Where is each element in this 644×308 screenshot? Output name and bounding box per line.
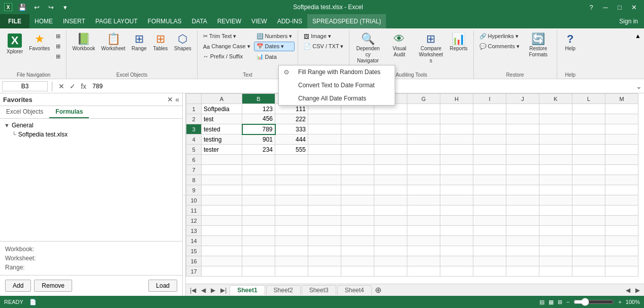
cell-K12[interactable] [539, 216, 572, 226]
cell-K1[interactable] [539, 104, 572, 114]
cell-D16[interactable] [308, 256, 341, 266]
change-case-button[interactable]: Aa Change Case ▾ [201, 42, 253, 51]
change-date-formats-item[interactable]: Change All Date Formats [279, 92, 395, 105]
cell-H7[interactable] [440, 165, 473, 175]
confirm-formula-btn[interactable]: ✓ [68, 81, 78, 91]
cell-C7[interactable] [275, 165, 308, 175]
cell-H3[interactable] [440, 124, 473, 134]
cell-E5[interactable] [341, 145, 374, 155]
cell-G6[interactable] [407, 155, 440, 165]
cell-K2[interactable] [539, 114, 572, 124]
cell-F6[interactable] [374, 155, 407, 165]
cell-A17[interactable] [202, 266, 242, 277]
sheet-nav-last[interactable]: ▶| [218, 287, 229, 294]
cell-E6[interactable] [341, 155, 374, 165]
zoom-slider[interactable] [573, 298, 614, 306]
cell-I12[interactable] [473, 216, 506, 226]
view-preview[interactable]: ⊞ [558, 299, 562, 305]
dates-button[interactable]: 📅 Dates ▾ [254, 42, 295, 51]
cell-G16[interactable] [407, 256, 440, 266]
nav-small-3[interactable]: ⊞ [53, 52, 63, 61]
cell-G7[interactable] [407, 165, 440, 175]
col-header-i[interactable]: I [473, 94, 506, 104]
cell-J15[interactable] [506, 246, 539, 256]
cell-J8[interactable] [506, 175, 539, 185]
cell-I16[interactable] [473, 256, 506, 266]
cell-G10[interactable] [407, 195, 440, 206]
worksheet-button[interactable]: 📋 Worksheet [99, 31, 128, 66]
cell-B1[interactable]: 123 [242, 104, 275, 114]
cell-M11[interactable] [605, 206, 638, 216]
cell-I14[interactable] [473, 236, 506, 246]
cell-E8[interactable] [341, 175, 374, 185]
tree-file[interactable]: └ Softpedia test.xlsx [2, 130, 180, 139]
image-button[interactable]: 🖼 Image ▾ [301, 31, 346, 41]
cell-D3[interactable] [308, 124, 341, 134]
cell-C11[interactable] [275, 206, 308, 216]
cell-D13[interactable] [308, 226, 341, 236]
cell-A3[interactable]: tested [202, 124, 242, 134]
cell-J11[interactable] [506, 206, 539, 216]
minimize-btn[interactable]: ─ [599, 1, 611, 13]
cell-D15[interactable] [308, 246, 341, 256]
cell-L3[interactable] [572, 124, 605, 134]
cell-F13[interactable] [374, 226, 407, 236]
workbook-button[interactable]: 📗 Workbook [70, 31, 98, 66]
cell-D17[interactable] [308, 266, 341, 277]
dep-navigator-button[interactable]: 🔍 Dependency Navigator [352, 31, 383, 66]
cell-L10[interactable] [572, 195, 605, 206]
cell-B4[interactable]: 901 [242, 134, 275, 145]
cell-M9[interactable] [605, 185, 638, 195]
cell-K4[interactable] [539, 134, 572, 145]
cell-I6[interactable] [473, 155, 506, 165]
cell-D9[interactable] [308, 185, 341, 195]
cell-D7[interactable] [308, 165, 341, 175]
cell-G8[interactable] [407, 175, 440, 185]
cell-M7[interactable] [605, 165, 638, 175]
zoom-plus[interactable]: + [618, 299, 621, 305]
cell-C6[interactable] [275, 155, 308, 165]
cell-C10[interactable] [275, 195, 308, 206]
cell-C8[interactable] [275, 175, 308, 185]
cell-I11[interactable] [473, 206, 506, 216]
cell-A4[interactable]: testing [202, 134, 242, 145]
cell-B5[interactable]: 234 [242, 145, 275, 155]
cell-H16[interactable] [440, 256, 473, 266]
cell-J1[interactable] [506, 104, 539, 114]
col-header-b[interactable]: B [242, 94, 275, 104]
cell-C16[interactable] [275, 256, 308, 266]
col-header-k[interactable]: K [539, 94, 572, 104]
cell-A10[interactable] [202, 195, 242, 206]
cell-G4[interactable] [407, 134, 440, 145]
data-button[interactable]: 📊 Data [254, 52, 295, 61]
cell-H9[interactable] [440, 185, 473, 195]
cell-L5[interactable] [572, 145, 605, 155]
cell-B14[interactable] [242, 236, 275, 246]
cell-F15[interactable] [374, 246, 407, 256]
menu-addins[interactable]: ADD-INS [272, 14, 307, 28]
cell-K17[interactable] [539, 266, 572, 277]
cell-I10[interactable] [473, 195, 506, 206]
cell-J17[interactable] [506, 266, 539, 277]
cell-G15[interactable] [407, 246, 440, 256]
cell-A16[interactable] [202, 256, 242, 266]
cell-L1[interactable] [572, 104, 605, 114]
cell-H12[interactable] [440, 216, 473, 226]
cell-K16[interactable] [539, 256, 572, 266]
cell-B11[interactable] [242, 206, 275, 216]
cell-B16[interactable] [242, 256, 275, 266]
cell-M6[interactable] [605, 155, 638, 165]
sidebar-collapse-btn[interactable]: « [175, 95, 179, 104]
close-btn[interactable]: ✕ [628, 1, 640, 13]
cell-L9[interactable] [572, 185, 605, 195]
menu-data[interactable]: DATA [186, 14, 212, 28]
cell-H5[interactable] [440, 145, 473, 155]
xplorer-button[interactable]: X Xplorer [4, 31, 25, 66]
file-menu[interactable]: FILE [0, 14, 29, 28]
cell-K5[interactable] [539, 145, 572, 155]
cell-G9[interactable] [407, 185, 440, 195]
cell-F7[interactable] [374, 165, 407, 175]
remove-button[interactable]: Remove [34, 280, 72, 292]
col-header-j[interactable]: J [506, 94, 539, 104]
tab-formulas[interactable]: Formulas [49, 106, 89, 118]
